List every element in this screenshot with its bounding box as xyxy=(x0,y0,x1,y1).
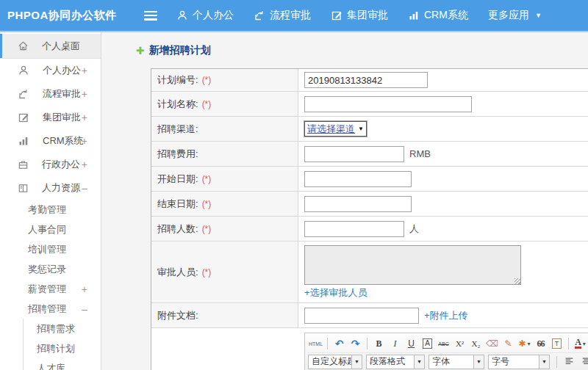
required-marker: (*) xyxy=(202,267,212,278)
collapse-icon[interactable]: – xyxy=(82,303,87,315)
sidebar-item-CRM系统[interactable]: CRM系统+ xyxy=(0,129,101,153)
sidebar-item-奖惩记录[interactable]: 奖惩记录 xyxy=(0,259,101,279)
main-content: ✚ 新增招聘计划 计划编号:(*)计划名称:(*)招聘渠道:请选择渠道▼招聘费用… xyxy=(101,32,588,370)
undo-icon[interactable]: ↶ xyxy=(331,336,347,351)
sidebar-item-label: 人事合同 xyxy=(28,223,66,236)
sidebar-item-label: 招聘管理 xyxy=(28,302,66,316)
align-center-icon[interactable] xyxy=(578,355,588,369)
field-value-channel: 请选择渠道▼ xyxy=(298,117,588,141)
count-unit: 人 xyxy=(409,222,419,236)
menu-toggle-icon[interactable] xyxy=(144,11,157,21)
source-icon[interactable]: HTML xyxy=(308,336,323,351)
expand-icon[interactable]: + xyxy=(82,135,87,147)
sidebar-item-考勤管理[interactable]: 考勤管理 xyxy=(0,200,101,220)
top-menu-item-集团审批[interactable]: 集团审批 xyxy=(331,9,388,22)
user-icon xyxy=(18,65,36,76)
text-style-icon[interactable]: ✱▾ xyxy=(517,336,532,351)
top-menu-item-个人办公[interactable]: 个人办公 xyxy=(176,9,234,22)
sidebar-item-培训管理[interactable]: 培训管理 xyxy=(0,239,101,259)
sidebar-item-薪资管理[interactable]: 薪资管理+ xyxy=(0,279,101,299)
format-brush-icon[interactable]: ✎ xyxy=(501,336,516,351)
end-input[interactable] xyxy=(304,196,412,212)
attach-link[interactable]: +附件上传 xyxy=(424,309,468,322)
attach-input[interactable] xyxy=(304,308,419,324)
sidebar-item-行政办公[interactable]: 行政办公+ xyxy=(0,153,101,176)
sidebar-item-label: 奖惩记录 xyxy=(28,263,66,276)
field-label-attach: 附件文档: xyxy=(151,303,298,327)
caret-down-icon: ▾ xyxy=(583,341,586,347)
sidebar-item-集团审批[interactable]: 集团审批+ xyxy=(0,106,101,129)
paragraph-select[interactable]: 段落格式▼ xyxy=(366,355,425,369)
top-menu-label: 更多应用 xyxy=(488,9,529,22)
fee-input[interactable] xyxy=(304,146,404,162)
sidebar-item-label: 行政办公 xyxy=(42,158,80,171)
plan-name-input[interactable] xyxy=(304,96,472,112)
form-row-plan-name: 计划名称:(*) xyxy=(151,92,588,117)
align-left-icon[interactable] xyxy=(561,355,577,369)
sidebar-item-label: CRM系统 xyxy=(43,134,84,148)
eraser-icon[interactable]: ⌫ xyxy=(484,336,500,351)
glyph: HTML xyxy=(309,341,323,347)
sidebar-item-人才库[interactable]: 人才库 xyxy=(0,358,101,370)
font-color-icon[interactable]: A▾ xyxy=(573,336,588,351)
edit-icon xyxy=(331,10,343,21)
font-family-select[interactable]: 字体▼ xyxy=(429,355,484,369)
top-menu-item-流程审批[interactable]: 流程审批 xyxy=(254,9,311,22)
sidebar-item-流程审批[interactable]: 流程审批+ xyxy=(0,82,101,106)
collapse-icon[interactable]: – xyxy=(82,182,87,194)
custom-title-select[interactable]: 自定义标题▼ xyxy=(308,355,362,369)
italic-icon[interactable]: I xyxy=(387,336,403,351)
glyph: ⌫ xyxy=(486,338,498,349)
select-label: 段落格式 xyxy=(367,355,414,368)
rich-text-editor: HTML↶↷BIUAABCX²X₂⌫✎✱▾66TA▾ab▾自定义标题▼段落格式▼… xyxy=(304,333,588,370)
blockquote-icon[interactable]: 66 xyxy=(533,336,548,351)
count-input[interactable] xyxy=(304,221,404,237)
char-border-icon[interactable]: A xyxy=(420,336,435,351)
form-row-channel: 招聘渠道:请选择渠道▼ xyxy=(151,117,588,142)
sidebar-item-label: 流程审批 xyxy=(43,87,81,101)
sidebar-item-招聘管理[interactable]: 招聘管理– xyxy=(0,299,101,319)
sidebar-item-个人办公[interactable]: 个人办公+ xyxy=(0,59,101,82)
plan-no-input[interactable] xyxy=(304,72,428,88)
label-text: 计划名称: xyxy=(157,98,198,111)
expand-icon[interactable]: + xyxy=(82,88,87,100)
top-menu-item-更多应用[interactable]: 更多应用▼ xyxy=(488,9,542,22)
field-label-channel: 招聘渠道: xyxy=(151,117,298,141)
expand-icon[interactable]: + xyxy=(82,112,87,123)
home-icon xyxy=(18,40,35,51)
field-value-plan-name xyxy=(298,92,588,116)
sidebar-item-label: 人力资源 xyxy=(42,181,80,195)
chart-icon xyxy=(408,10,420,21)
sidebar-item-个人桌面[interactable]: 个人桌面 xyxy=(0,34,101,59)
label-text: 开始日期: xyxy=(157,173,198,186)
sidebar-item-label: 人才库 xyxy=(37,362,65,370)
approver-link[interactable]: +选择审批人员 xyxy=(304,286,368,300)
underline-icon[interactable]: U xyxy=(404,336,419,351)
top-menu-label: 集团审批 xyxy=(347,9,388,22)
field-value-editor: HTML↶↷BIUAABCX²X₂⌫✎✱▾66TA▾ab▾自定义标题▼段落格式▼… xyxy=(298,328,588,370)
sidebar-item-人力资源[interactable]: 人力资源– xyxy=(0,176,101,200)
sidebar-item-招聘需求[interactable]: 招聘需求 xyxy=(0,319,101,338)
paste-icon[interactable]: T xyxy=(549,336,564,351)
caret-down-icon: ▼ xyxy=(473,355,484,369)
font-size-select[interactable]: 字号▼ xyxy=(488,355,550,369)
superscript-icon[interactable]: X² xyxy=(452,336,467,351)
redo-icon[interactable]: ↷ xyxy=(348,336,363,351)
start-input[interactable] xyxy=(304,171,412,187)
subscript-icon[interactable]: X₂ xyxy=(468,336,484,351)
label-text: 招聘渠道: xyxy=(157,123,198,136)
glyph: A xyxy=(423,338,432,349)
form-row-end: 结束日期:(*) xyxy=(151,192,588,217)
glyph: 66 xyxy=(537,338,545,349)
sidebar-item-人事合同[interactable]: 人事合同 xyxy=(0,220,101,239)
top-menu-item-CRM系统[interactable]: CRM系统 xyxy=(408,9,468,22)
expand-icon[interactable]: + xyxy=(82,65,87,76)
expand-icon[interactable]: + xyxy=(82,283,87,295)
channel-select[interactable]: 请选择渠道▼ xyxy=(304,121,367,137)
expand-icon[interactable]: + xyxy=(82,159,87,170)
sidebar-item-招聘计划[interactable]: 招聘计划 xyxy=(0,338,101,358)
strikethrough-icon[interactable]: ABC xyxy=(436,336,451,351)
approver-textarea[interactable] xyxy=(304,245,521,285)
toolbar-separator xyxy=(327,338,328,349)
bold-icon[interactable]: B xyxy=(371,336,387,351)
